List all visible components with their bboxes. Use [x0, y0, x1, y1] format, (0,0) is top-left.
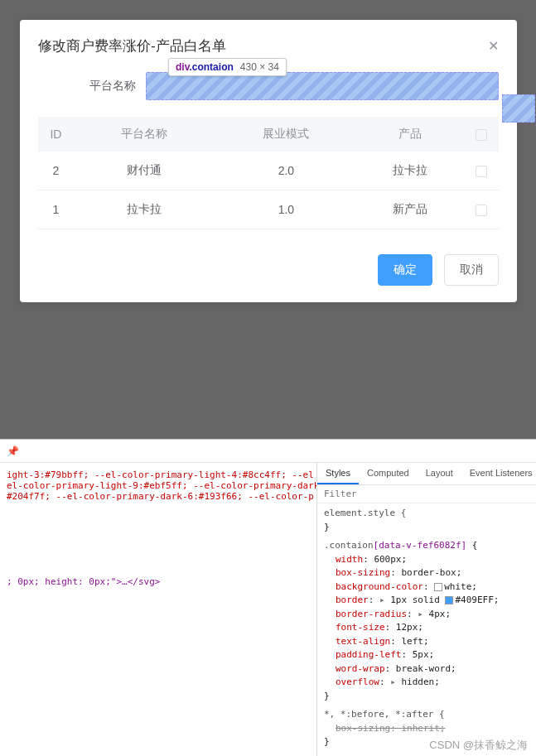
col-id: ID — [38, 117, 74, 152]
col-mode: 展业模式 — [215, 117, 357, 152]
form-row-platform: 平台名称 — [38, 72, 499, 100]
color-swatch[interactable] — [434, 583, 442, 591]
tab-styles[interactable]: Styles — [317, 463, 359, 484]
devtools-main: ight-3:#79bbff; --el-color-primary-light… — [0, 463, 536, 756]
devtools-toolbar: 📌 — [0, 440, 536, 463]
cell-id: 1 — [38, 190, 74, 229]
styles-content[interactable]: element.style { } .contaion[data-v-fef60… — [317, 503, 536, 756]
modal-dialog: 修改商户费率涨价-产品白名单 ✕ div.contaion430 × 34 平台… — [20, 20, 517, 302]
cell-product: 新产品 — [357, 190, 463, 229]
filter-row — [317, 485, 536, 503]
code-line: el-color-primary-light-9:#ebf5ff; --el-c… — [7, 480, 316, 491]
code-line: #204f7f; --el-color-primary-dark-6:#193f… — [7, 491, 314, 502]
filter-input[interactable] — [317, 485, 536, 503]
styles-panel: Styles Computed Layout Event Listeners e… — [316, 463, 536, 756]
pin-icon[interactable]: 📌 — [7, 445, 19, 457]
product-table: ID 平台名称 展业模式 产品 2 财付通 2.0 拉卡拉 1 拉卡拉 — [38, 117, 499, 229]
inspector-tooltip: div.contaion430 × 34 — [168, 58, 287, 76]
col-check — [463, 117, 499, 152]
rule-element-style: element.style { — [324, 507, 529, 521]
cancel-button[interactable]: 取消 — [444, 254, 499, 286]
tab-layout[interactable]: Layout — [418, 463, 461, 484]
col-product: 产品 — [357, 117, 463, 152]
tab-events[interactable]: Event Listeners — [461, 463, 536, 484]
rule-selector: .contaion[data-v-fef6082f] { — [324, 539, 529, 553]
modal-footer: 确定 取消 — [20, 246, 517, 302]
checkbox-row[interactable] — [476, 166, 487, 177]
cell-platform: 财付通 — [74, 152, 215, 190]
color-swatch[interactable] — [445, 596, 453, 604]
tooltip-dimensions: 430 × 34 — [240, 61, 279, 73]
code-line: ight-3:#79bbff; --el-color-primary-light… — [7, 469, 314, 480]
cell-id: 2 — [38, 152, 74, 190]
cell-product: 拉卡拉 — [357, 152, 463, 190]
confirm-button[interactable]: 确定 — [378, 254, 432, 286]
tab-computed[interactable]: Computed — [359, 463, 418, 484]
tooltip-class: .contaion — [189, 61, 233, 73]
cell-mode: 1.0 — [215, 190, 357, 229]
modal-body: div.contaion430 × 34 平台名称 ID 平台名称 展业模式 产… — [20, 64, 517, 246]
code-line: ; 0px; height: 0px;">…</svg> — [7, 576, 160, 587]
form-label-platform: 平台名称 — [38, 79, 146, 94]
devtools-panel: 📌 ight-3:#79bbff; --el-color-primary-lig… — [0, 439, 536, 756]
col-platform: 平台名称 — [74, 117, 215, 152]
devtools-tabs: Styles Computed Layout Event Listeners — [317, 463, 536, 485]
modal-title: 修改商户费率涨价-产品白名单 — [38, 36, 226, 55]
tooltip-tag: div — [176, 61, 189, 73]
inspected-element-highlight[interactable] — [146, 72, 499, 100]
rule-universal: *, *:before, *:after { — [324, 708, 529, 722]
close-icon[interactable]: ✕ — [488, 38, 499, 54]
table-row: 1 拉卡拉 1.0 新产品 — [38, 190, 499, 229]
table-row: 2 财付通 2.0 拉卡拉 — [38, 152, 499, 190]
elements-panel[interactable]: ight-3:#79bbff; --el-color-primary-light… — [0, 463, 316, 756]
cell-platform: 拉卡拉 — [74, 190, 215, 229]
checkbox-all[interactable] — [476, 129, 487, 141]
cell-mode: 2.0 — [215, 152, 357, 190]
watermark: CSDN @抹香鲸之海 — [429, 738, 528, 753]
checkbox-row[interactable] — [476, 205, 487, 216]
